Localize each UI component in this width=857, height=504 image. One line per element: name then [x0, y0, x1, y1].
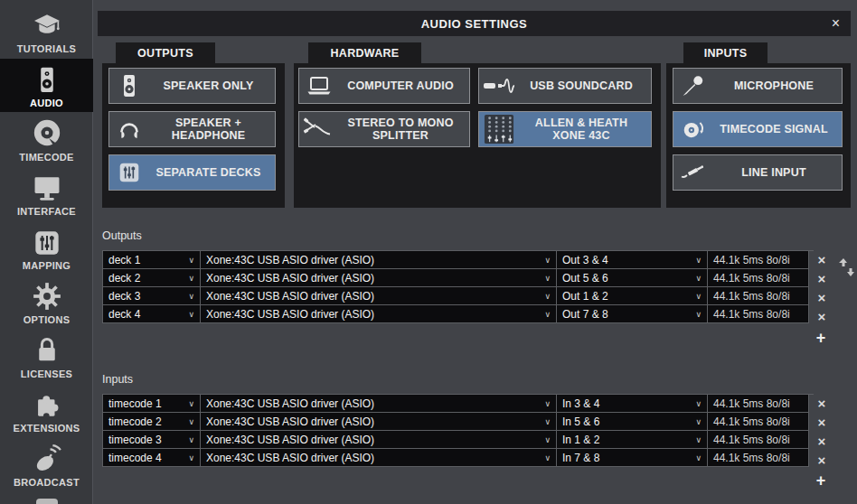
table-row: timecode 3∨ Xone:43C USB ASIO driver (AS… [103, 431, 814, 449]
sidebar-item-label: INTERFACE [17, 206, 76, 217]
chevron-down-icon: ∨ [184, 256, 194, 265]
sidebar-item-mapping[interactable]: MAPPING [0, 221, 93, 275]
sidebar-item-options[interactable]: OPTIONS [0, 275, 93, 329]
channel-select[interactable]: deck 3∨ [103, 287, 201, 305]
chevron-down-icon: ∨ [184, 453, 194, 462]
sidebar-item-tutorials[interactable]: TUTORIALS [0, 5, 93, 58]
table-row: timecode 2∨ Xone:43C USB ASIO driver (AS… [103, 413, 814, 431]
remove-row-icon[interactable]: × [814, 269, 830, 288]
sidebar-item-audio[interactable]: AUDIO [0, 59, 93, 112]
speaker-only-button[interactable]: SPEAKER ONLY [108, 68, 276, 104]
port-select[interactable]: Out 5 & 6∨ [557, 269, 708, 287]
driver-select[interactable]: Xone:43C USB ASIO driver (ASIO)∨ [201, 449, 557, 467]
chevron-down-icon: ∨ [692, 435, 702, 444]
table-row: deck 4∨ Xone:43C USB ASIO driver (ASIO)∨… [103, 305, 814, 323]
chevron-down-icon: ∨ [541, 274, 551, 283]
driver-select[interactable]: Xone:43C USB ASIO driver (ASIO)∨ [201, 269, 557, 287]
chevron-down-icon: ∨ [692, 417, 702, 426]
button-label: USB SOUNDCARD [519, 79, 651, 92]
chevron-down-icon: ∨ [541, 399, 551, 408]
format-value: 44.1k 5ms 8o/8i [708, 269, 809, 287]
channel-select[interactable]: timecode 1∨ [103, 395, 201, 413]
gear-icon [32, 281, 62, 312]
remove-row-icon[interactable]: × [814, 432, 830, 451]
driver-select[interactable]: Xone:43C USB ASIO driver (ASIO)∨ [201, 251, 557, 269]
remove-row-icon[interactable]: × [814, 288, 830, 307]
turntable-icon [673, 117, 713, 141]
button-label: STEREO TO MONO SPLITTER [339, 117, 469, 143]
sidebar-item-interface[interactable]: INTERFACE [0, 167, 93, 220]
inputs-panel: MICROPHONE TIMECODE SIGNAL LINE INPUT [666, 63, 851, 208]
inputs-table-label: Inputs [102, 373, 133, 386]
remove-row-icon[interactable]: × [814, 250, 830, 269]
chevron-down-icon: ∨ [541, 310, 551, 319]
driver-select[interactable]: Xone:43C USB ASIO driver (ASIO)∨ [201, 287, 557, 305]
outputs-table-label: Outputs [102, 229, 142, 242]
microphone-icon [673, 73, 713, 98]
splitter-cable-icon [299, 117, 339, 142]
chevron-down-icon: ∨ [692, 310, 702, 319]
usb-cable-icon [479, 76, 519, 96]
timecode-signal-button[interactable]: TIMECODE SIGNAL [673, 111, 843, 147]
microphone-button[interactable]: MICROPHONE [673, 68, 843, 104]
window-title: AUDIO SETTINGS [421, 17, 528, 31]
vinyl-disc-icon [32, 117, 62, 149]
port-select[interactable]: Out 3 & 4∨ [557, 251, 708, 269]
headphones-icon [109, 117, 149, 141]
speaker-headphone-button[interactable]: SPEAKER + HEADPHONE [108, 111, 276, 147]
sliders-icon [33, 229, 61, 257]
close-icon[interactable]: × [832, 11, 840, 36]
channel-select[interactable]: timecode 3∨ [103, 431, 201, 449]
line-input-button[interactable]: LINE INPUT [673, 154, 843, 191]
inputs-remove-column: × × × × [814, 394, 830, 470]
driver-select[interactable]: Xone:43C USB ASIO driver (ASIO)∨ [201, 395, 557, 413]
button-label: COMPUTER AUDIO [339, 79, 469, 92]
channel-select[interactable]: deck 1∨ [103, 251, 201, 269]
driver-select[interactable]: Xone:43C USB ASIO driver (ASIO)∨ [201, 413, 557, 431]
sidebar-item-timecode[interactable]: TIMECODE [0, 113, 93, 166]
port-select[interactable]: In 7 & 8∨ [557, 449, 708, 467]
audio-settings-window: TUTORIALS AUDIO TIMECODE INTERFACE MAPPI [0, 0, 857, 504]
allen-heath-xone-43c-button[interactable]: ALLEN & HEATH XONE 43C [478, 111, 652, 147]
port-select[interactable]: Out 7 & 8∨ [557, 305, 708, 323]
channel-select[interactable]: timecode 4∨ [103, 449, 201, 467]
chevron-down-icon: ∨ [541, 435, 551, 444]
sidebar-item-broadcast[interactable]: BROADCAST [0, 438, 93, 491]
channel-select[interactable]: deck 4∨ [103, 305, 201, 323]
button-label: ALLEN & HEATH XONE 43C [519, 117, 651, 143]
satellite-dish-icon [32, 443, 62, 474]
swap-arrows-icon[interactable] [836, 255, 857, 280]
separate-decks-button[interactable]: SEPARATE DECKS [108, 154, 276, 191]
add-output-row-button[interactable]: + [812, 329, 830, 347]
button-label: LINE INPUT [713, 166, 842, 179]
sidebar-item-extensions[interactable]: EXTENSIONS [0, 384, 93, 437]
remove-row-icon[interactable]: × [814, 307, 830, 326]
padlock-icon [33, 335, 61, 366]
driver-select[interactable]: Xone:43C USB ASIO driver (ASIO)∨ [201, 305, 557, 323]
table-row: timecode 4∨ Xone:43C USB ASIO driver (AS… [103, 449, 814, 467]
sidebar-item-licenses[interactable]: LICENSES [0, 330, 93, 383]
computer-audio-button[interactable]: COMPUTER AUDIO [298, 68, 470, 104]
stereo-mono-splitter-button[interactable]: STEREO TO MONO SPLITTER [298, 111, 470, 147]
port-select[interactable]: In 5 & 6∨ [557, 413, 708, 431]
chevron-down-icon: ∨ [692, 399, 702, 408]
tab-inputs: INPUTS [683, 42, 768, 63]
add-input-row-button[interactable]: + [812, 471, 830, 490]
channel-select[interactable]: deck 2∨ [103, 269, 201, 287]
remove-row-icon[interactable]: × [814, 413, 830, 432]
button-label: SPEAKER ONLY [149, 79, 275, 92]
format-value: 44.1k 5ms 8o/8i [708, 287, 809, 305]
remove-row-icon[interactable]: × [814, 451, 830, 470]
driver-select[interactable]: Xone:43C USB ASIO driver (ASIO)∨ [201, 431, 557, 449]
sidebar-item-label: TUTORIALS [17, 43, 76, 54]
port-select[interactable]: Out 1 & 2∨ [557, 287, 708, 305]
chevron-down-icon: ∨ [184, 399, 194, 408]
usb-soundcard-button[interactable]: USB SOUNDCARD [478, 68, 652, 104]
chevron-down-icon: ∨ [541, 292, 551, 301]
port-select[interactable]: In 3 & 4∨ [557, 395, 708, 413]
mixer-photo-icon [479, 114, 519, 145]
table-row: deck 1∨ Xone:43C USB ASIO driver (ASIO)∨… [103, 251, 814, 269]
port-select[interactable]: In 1 & 2∨ [557, 431, 708, 449]
channel-select[interactable]: timecode 2∨ [103, 413, 201, 431]
remove-row-icon[interactable]: × [814, 394, 830, 413]
